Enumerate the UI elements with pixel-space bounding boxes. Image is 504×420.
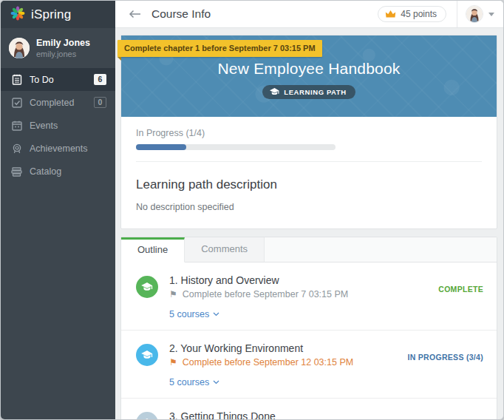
- chapter-title: 1. History and Overview: [169, 274, 429, 286]
- sidebar-item-completed[interactable]: Completed 0: [1, 91, 115, 114]
- sidebar-item-label: Achievements: [30, 143, 88, 154]
- profile-username: emily.jones: [36, 50, 90, 58]
- page-title: Course Info: [151, 7, 211, 21]
- sidebar-item-catalog[interactable]: Catalog: [1, 160, 115, 183]
- chevron-down-icon: [488, 13, 494, 16]
- chapter-complete-icon: [136, 276, 158, 298]
- tab-filler: [265, 237, 497, 262]
- sidebar-item-label: Events: [30, 121, 58, 131]
- sidebar-item-todo[interactable]: To Do 6: [1, 68, 115, 91]
- progress-label: In Progress (1/4): [136, 128, 482, 138]
- app-window: iSpring Emily Jones emily.jones: [0, 0, 504, 420]
- account-menu[interactable]: [457, 1, 503, 27]
- status-badge: IN PROGRESS (3/4): [407, 353, 483, 388]
- progress-fill: [136, 144, 186, 150]
- tab-bar: Outline Comments: [121, 237, 497, 262]
- points-label: 45 points: [401, 9, 437, 19]
- description-heading: Learning path description: [136, 177, 482, 192]
- graduation-cap-icon: [270, 88, 279, 96]
- topbar-avatar: [466, 5, 483, 23]
- chapter-notstarted-icon: [136, 412, 158, 419]
- content: Complete chapter 1 before September 7 03…: [115, 28, 503, 419]
- chapter-deadline: ⚑ Complete before September 7 03:15 PM: [169, 289, 429, 299]
- learning-path-label: LEARNING PATH: [284, 88, 347, 96]
- sidebar-item-label: Catalog: [30, 166, 61, 177]
- todo-count-badge: 6: [94, 74, 106, 85]
- tab-comments[interactable]: Comments: [185, 237, 265, 262]
- chapter-row[interactable]: 1. History and Overview ⚑ Complete befor…: [121, 262, 497, 330]
- crown-icon: [385, 10, 396, 18]
- user-profile[interactable]: Emily Jones emily.jones: [1, 28, 115, 68]
- sidebar-item-label: To Do: [30, 75, 54, 85]
- sidebar-item-label: Completed: [30, 98, 74, 108]
- course-banner: Complete chapter 1 before September 7 03…: [121, 35, 497, 117]
- tab-outline[interactable]: Outline: [121, 237, 185, 262]
- sidebar-item-achievements[interactable]: Achievements: [1, 137, 115, 160]
- divider: [136, 161, 482, 162]
- learning-path-badge: LEARNING PATH: [262, 85, 355, 99]
- courses-expander[interactable]: 5 courses: [169, 309, 219, 319]
- completed-icon: [11, 97, 22, 108]
- chapter-list: 1. History and Overview ⚑ Complete befor…: [121, 262, 497, 419]
- chapter-title: 2. Your Working Environment: [169, 342, 398, 354]
- chapter-title: 3. Getting Things Done: [169, 410, 418, 419]
- points-badge[interactable]: 45 points: [378, 6, 446, 22]
- chapter-inprogress-icon: [136, 344, 158, 366]
- chapter-row[interactable]: 2. Your Working Environment ⚑ Complete b…: [121, 330, 497, 398]
- logo-text: iSpring: [31, 7, 71, 22]
- achievements-icon: [11, 143, 22, 154]
- sidebar: iSpring Emily Jones emily.jones: [1, 1, 115, 419]
- user-avatar: [9, 38, 30, 58]
- ispring-logo[interactable]: iSpring: [1, 1, 115, 28]
- sidebar-nav: To Do 6 Completed 0 Events Achi: [1, 68, 115, 183]
- completed-count-badge: 0: [94, 97, 106, 108]
- main-area: Course Info 45 points Complete chapter: [115, 1, 503, 419]
- events-icon: [11, 120, 22, 131]
- ispring-flower-icon: [10, 6, 25, 24]
- chapter-row[interactable]: 3. Getting Things Done ⚑ Complete before…: [121, 398, 497, 419]
- chapter-deadline: ⚑ Complete before September 12 03:15 PM: [169, 357, 398, 368]
- sidebar-item-events[interactable]: Events: [1, 114, 115, 137]
- topbar: Course Info 45 points: [115, 1, 503, 28]
- course-title: New Employee Handbook: [217, 60, 400, 78]
- description-body: No description specified: [136, 202, 482, 212]
- flag-icon: ⚑: [169, 357, 177, 368]
- status-badge: COMPLETE: [438, 285, 483, 320]
- back-button[interactable]: [127, 7, 142, 21]
- chevron-down-icon: [213, 380, 219, 385]
- course-hero-card: Complete chapter 1 before September 7 03…: [120, 35, 497, 229]
- progress-bar: [136, 144, 336, 150]
- outline-card: Outline Comments 1. History and Overview…: [120, 237, 497, 419]
- catalog-icon: [11, 166, 22, 177]
- courses-expander[interactable]: 5 courses: [169, 377, 219, 387]
- todo-icon: [11, 74, 22, 85]
- flag-icon: ⚑: [169, 289, 177, 299]
- profile-name: Emily Jones: [36, 38, 90, 48]
- deadline-tooltip: Complete chapter 1 before September 7 03…: [118, 40, 322, 57]
- chevron-down-icon: [213, 312, 219, 316]
